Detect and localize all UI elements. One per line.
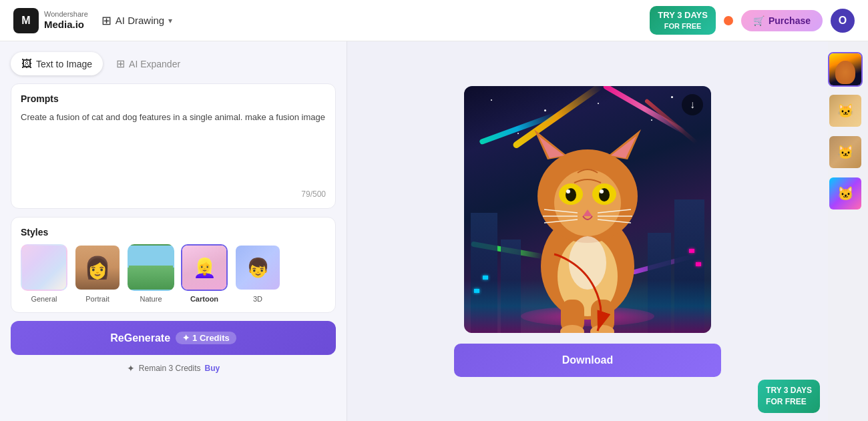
header: M Wondershare Media.io ⊞ AI Drawing ▾ TR… bbox=[0, 0, 868, 41]
chevron-down-icon: ▾ bbox=[168, 16, 172, 25]
svg-point-12 bbox=[566, 189, 570, 193]
try-banner-line2: FOR FREE bbox=[664, 21, 702, 31]
buy-link[interactable]: Buy bbox=[205, 364, 220, 373]
style-label-nature: Nature bbox=[140, 295, 162, 303]
thumbnail-3[interactable]: 🐱 bbox=[828, 135, 863, 169]
main-image: ↓ bbox=[464, 86, 711, 333]
styles-title: Styles bbox=[21, 227, 326, 238]
styles-grid: General 👩 Portrait Nature 👱‍♀️ bbox=[21, 244, 326, 303]
prompt-textarea[interactable]: Create a fusion of cat and dog features … bbox=[21, 111, 326, 184]
style-label-3d: 3D bbox=[253, 295, 262, 303]
credits-label: 1 Credits bbox=[192, 333, 230, 343]
style-label-portrait: Portrait bbox=[85, 295, 109, 303]
tab-text-to-image-label: Text to Image bbox=[36, 59, 92, 69]
download-overlay-icon[interactable]: ↓ bbox=[682, 94, 703, 115]
style-label-general: General bbox=[31, 295, 57, 303]
logo-brand: Wondershare bbox=[44, 10, 88, 19]
char-count: 79/500 bbox=[21, 189, 326, 199]
regenerate-button[interactable]: ReGenerate ✦ 1 Credits bbox=[11, 321, 336, 355]
style-label-cartoon: Cartoon bbox=[190, 295, 218, 303]
left-panel: 🖼 Text to Image ⊞ AI Expander Prompts Cr… bbox=[0, 41, 347, 421]
remain-text: Remain 3 Credits bbox=[139, 364, 201, 373]
main-image-container: ↓ bbox=[464, 86, 711, 333]
logo-name: Media.io bbox=[44, 19, 88, 31]
nav-ai-drawing[interactable]: ⊞ AI Drawing ▾ bbox=[101, 13, 172, 28]
style-item-portrait[interactable]: 👩 Portrait bbox=[74, 244, 121, 303]
thumbnail-sidebar: 🐱 🐱 🐱 bbox=[828, 41, 868, 421]
purchase-label: Purchase bbox=[769, 15, 811, 26]
grid-icon: ⊞ bbox=[101, 13, 112, 28]
style-item-3d[interactable]: 👦 3D bbox=[234, 244, 281, 303]
credits-badge: ✦ 1 Credits bbox=[176, 332, 236, 344]
style-item-general[interactable]: General bbox=[21, 244, 67, 303]
text-to-image-icon: 🖼 bbox=[21, 58, 32, 70]
try-free-line2: FOR FREE bbox=[766, 396, 812, 408]
style-thumb-nature bbox=[128, 244, 174, 291]
styles-section: Styles General 👩 Portrait bbox=[11, 217, 336, 313]
download-label: Download bbox=[562, 354, 613, 366]
style-thumb-portrait: 👩 bbox=[74, 244, 121, 291]
header-left: M Wondershare Media.io ⊞ AI Drawing ▾ bbox=[13, 8, 172, 33]
style-thumb-3d: 👦 bbox=[234, 244, 281, 291]
purchase-button[interactable]: 🛒 Purchase bbox=[741, 10, 823, 31]
nav-title: AI Drawing bbox=[116, 15, 164, 26]
try-free-line1: TRY 3 DAYS bbox=[766, 385, 812, 396]
svg-point-13 bbox=[600, 189, 604, 193]
portrait-figure: 👩 bbox=[75, 246, 120, 290]
notification-dot[interactable] bbox=[724, 16, 733, 25]
tabs: 🖼 Text to Image ⊞ AI Expander bbox=[11, 52, 336, 75]
avatar-letter: O bbox=[839, 15, 847, 27]
logo-text: Wondershare Media.io bbox=[44, 10, 88, 31]
thumbnail-2[interactable]: 🐱 bbox=[828, 93, 863, 128]
ai-expander-icon: ⊞ bbox=[116, 57, 125, 70]
logo[interactable]: M Wondershare Media.io bbox=[13, 8, 88, 33]
remain-credits: ✦ Remain 3 Credits Buy bbox=[11, 363, 336, 374]
style-thumb-general bbox=[21, 244, 67, 291]
style-item-nature[interactable]: Nature bbox=[128, 244, 174, 303]
header-right: TRY 3 DAYS FOR FREE 🛒 Purchase O bbox=[650, 6, 855, 35]
cart-icon: 🛒 bbox=[753, 15, 765, 26]
cat-svg bbox=[464, 86, 711, 333]
prompts-section: Prompts Create a fusion of cat and dog f… bbox=[11, 83, 336, 209]
thumbnail-1[interactable] bbox=[828, 52, 863, 87]
logo-icon: M bbox=[13, 8, 39, 33]
tab-text-to-image[interactable]: 🖼 Text to Image bbox=[11, 52, 103, 75]
style-thumb-cartoon: 👱‍♀️ bbox=[181, 244, 228, 291]
svg-point-25 bbox=[569, 236, 606, 290]
try-banner-line1: TRY 3 DAYS bbox=[658, 10, 708, 21]
try-free-bottom-banner[interactable]: TRY 3 DAYS FOR FREE bbox=[758, 380, 820, 413]
regenerate-label: ReGenerate bbox=[110, 332, 170, 344]
center-panel: ↓ Download TRY 3 DAYS FOR FREE bbox=[347, 41, 828, 421]
credits-star-icon: ✦ bbox=[127, 363, 135, 374]
prompts-title: Prompts bbox=[21, 93, 326, 104]
thumbnail-4[interactable]: 🐱 bbox=[828, 176, 863, 211]
avatar[interactable]: O bbox=[831, 9, 855, 33]
credits-icon: ✦ bbox=[182, 333, 190, 343]
download-button[interactable]: Download bbox=[454, 344, 721, 377]
tab-ai-expander-label: AI Expander bbox=[129, 59, 180, 69]
try-banner[interactable]: TRY 3 DAYS FOR FREE bbox=[650, 6, 716, 35]
style-item-cartoon[interactable]: 👱‍♀️ Cartoon bbox=[181, 244, 228, 303]
tab-ai-expander[interactable]: ⊞ AI Expander bbox=[105, 52, 191, 75]
main-layout: 🖼 Text to Image ⊞ AI Expander Prompts Cr… bbox=[0, 41, 868, 421]
